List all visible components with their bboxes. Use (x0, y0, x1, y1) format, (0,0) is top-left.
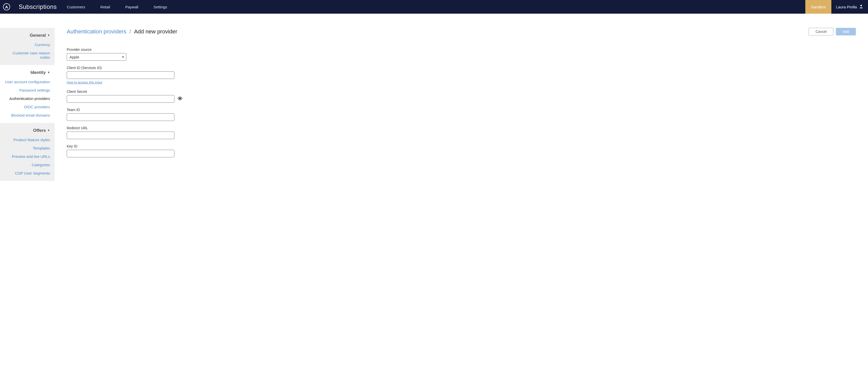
field-label-client-id: Client ID (Services ID) (67, 66, 178, 70)
reveal-secret-icon[interactable] (178, 96, 183, 102)
field-team-id: Team ID (67, 108, 178, 121)
user-name: Laura Pinilla (836, 5, 857, 9)
sidebar-item-user-account-configuration[interactable]: User account configuration (2, 78, 50, 86)
chevron-down-icon: ▼ (47, 34, 50, 37)
sidebar-item-preview-live-urls[interactable]: Preview and live URLs (2, 152, 50, 160)
redirect-url-input[interactable] (67, 131, 175, 139)
brand-logo-icon (5, 5, 9, 9)
nav-link-settings[interactable]: Settings (153, 5, 167, 9)
sidebar-item-oidc-providers[interactable]: OIDC providers (2, 103, 50, 111)
cancel-button[interactable]: Cancel (809, 28, 833, 35)
field-label-team-id: Team ID (67, 108, 178, 112)
sidebar-group-offers: Offers ▼ Product feature styles Template… (0, 123, 55, 181)
chevron-down-icon: ▼ (47, 129, 50, 132)
client-secret-input[interactable] (67, 95, 175, 103)
sidebar-group-title-offers[interactable]: Offers ▼ (2, 126, 50, 136)
chevron-down-icon: ▼ (47, 71, 50, 74)
page-header: Authentication providers / Add new provi… (67, 28, 856, 35)
main-content: Authentication providers / Add new provi… (55, 14, 868, 382)
sidebar-item-authentication-providers[interactable]: Authentication providers (2, 94, 50, 103)
sidebar-group-title-label: Offers (33, 128, 46, 133)
svg-point-0 (860, 5, 862, 6)
provider-source-select[interactable]: Apple (67, 53, 126, 61)
svg-point-1 (180, 98, 181, 99)
key-id-input[interactable] (67, 150, 175, 157)
field-label-redirect-url: Redirect URL (67, 126, 178, 130)
client-id-input[interactable] (67, 71, 175, 79)
team-id-input[interactable] (67, 113, 175, 121)
sidebar-item-product-feature-styles[interactable]: Product feature styles (2, 136, 50, 144)
brand-logo[interactable] (3, 3, 10, 10)
field-label-client-secret: Client Secret (67, 90, 178, 94)
sidebar-group-title-label: General (30, 33, 46, 38)
breadcrumb-current: Add new provider (134, 28, 177, 35)
sidebar-group-title-identity[interactable]: Identity ▼ (2, 68, 50, 78)
sidebar: General ▼ Currency Customer care reason … (0, 14, 55, 382)
sidebar-item-password-settings[interactable]: Password settings (2, 86, 50, 94)
nav-link-paywall[interactable]: Paywall (125, 5, 138, 9)
app-title: Subscriptions (19, 3, 57, 10)
breadcrumb-parent[interactable]: Authentication providers (67, 28, 126, 35)
environment-badge[interactable]: Sandbox (805, 0, 831, 14)
sidebar-item-templates[interactable]: Templates (2, 144, 50, 152)
sidebar-group-identity: Identity ▼ User account configuration Pa… (0, 65, 55, 123)
add-button[interactable]: Add (836, 28, 856, 35)
page-actions: Cancel Add (809, 28, 856, 35)
breadcrumb: Authentication providers / Add new provi… (67, 28, 177, 35)
sidebar-group-title-label: Identity (31, 70, 46, 75)
sidebar-item-cdp-user-segments[interactable]: CDP User Segments (2, 169, 50, 177)
user-icon (859, 4, 863, 10)
field-provider-source: Provider source Apple ▾ (67, 48, 178, 61)
sidebar-group-title-general[interactable]: General ▼ (2, 31, 50, 40)
user-menu[interactable]: Laura Pinilla (831, 0, 868, 14)
sidebar-group-general: General ▼ Currency Customer care reason … (0, 28, 55, 65)
nav-link-customers[interactable]: Customers (67, 5, 86, 9)
top-navbar: Subscriptions Customers Retail Paywall S… (0, 0, 868, 14)
sidebar-item-currency[interactable]: Currency (2, 40, 50, 49)
field-key-id: Key ID (67, 144, 178, 157)
sidebar-item-blocked-email-domains[interactable]: Blocked email domains (2, 111, 50, 119)
sidebar-item-categories[interactable]: Categories (2, 160, 50, 169)
sidebar-item-customer-care-reason-codes[interactable]: Customer care reason codes (2, 49, 50, 61)
field-label-provider-source: Provider source (67, 48, 178, 52)
breadcrumb-sep: / (129, 28, 131, 35)
field-redirect-url: Redirect URL (67, 126, 178, 139)
field-client-secret: Client Secret (67, 90, 178, 103)
nav-link-retail[interactable]: Retail (100, 5, 110, 9)
nav-links: Customers Retail Paywall Settings (67, 5, 167, 9)
client-id-help-link[interactable]: How to access this input (67, 81, 102, 84)
field-client-id: Client ID (Services ID) How to access th… (67, 66, 178, 85)
field-label-key-id: Key ID (67, 144, 178, 148)
